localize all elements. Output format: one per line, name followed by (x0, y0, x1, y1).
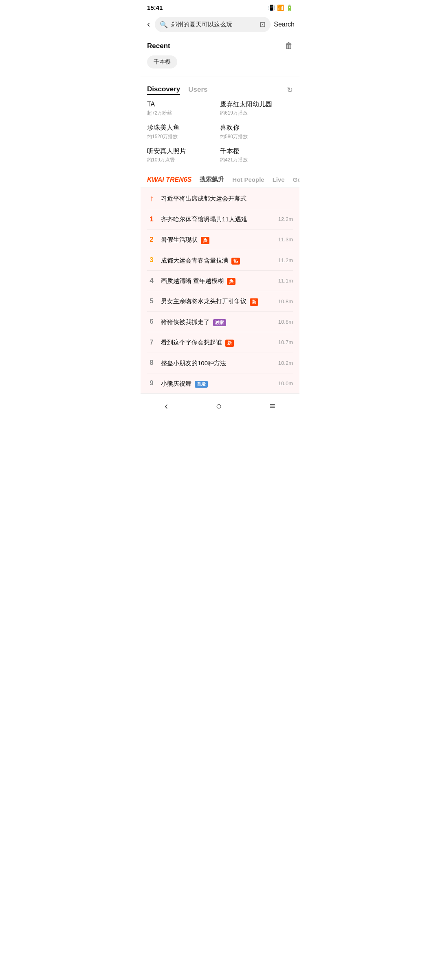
discovery-main-3: 喜欢你 (220, 123, 293, 132)
tab-goo[interactable]: Goo (293, 176, 299, 183)
rank-3: 3 (147, 256, 156, 264)
trend-text-7: 看到这个字你会想起谁 新 (161, 338, 273, 347)
recent-tags: 千本樱 (147, 55, 293, 68)
trending-item-pin[interactable]: ↑ 习近平将出席成都大运会开幕式 (147, 188, 293, 209)
discovery-grid: TA 超72万粉丝 废弃红太阳幼儿园 约619万播放 珍珠美人鱼 约1520万播… (141, 100, 299, 163)
trend-text-2: 暑假生活现状 热 (161, 235, 273, 244)
refresh-button[interactable]: ↻ (287, 86, 293, 95)
recent-title: Recent (147, 42, 170, 50)
discovery-item-1[interactable]: 废弃红太阳幼儿园 约619万播放 (220, 100, 293, 117)
battery-icon: 🔋 (286, 4, 293, 11)
tab-search-surge[interactable]: 搜索飙升 (200, 176, 224, 183)
rank-8: 8 (147, 359, 156, 367)
discovery-sub-5: 约421万播放 (220, 157, 293, 163)
rank-6: 6 (147, 318, 156, 326)
scan-icon[interactable]: ⊡ (260, 20, 266, 29)
nav-menu-button[interactable]: ≡ (262, 399, 284, 413)
recent-section: Recent 🗑 千本樱 (141, 36, 299, 72)
trend-text-pin: 习近平将出席成都大运会开幕式 (161, 194, 273, 203)
trending-list: ↑ 习近平将出席成都大运会开幕式 1 齐齐哈尔体育馆坍塌共11人遇难 12.2m… (141, 188, 299, 393)
tab-users[interactable]: Users (188, 86, 207, 95)
status-bar: 15:41 📳 📶 🔋 (141, 0, 299, 13)
tab-kwai-trends[interactable]: KWAI TREN6S (147, 176, 191, 183)
recent-header: Recent 🗑 (147, 41, 293, 51)
divider-1 (141, 77, 299, 77)
header: ‹ 🔍 ⊡ Search (141, 13, 299, 36)
trend-count-9: 10.0m (277, 380, 293, 386)
trend-text-5: 男女主亲吻将水龙头打开引争议 新 (161, 297, 273, 305)
rank-4: 4 (147, 277, 156, 285)
nav-back-button[interactable]: ‹ (156, 399, 176, 413)
discovery-item-4[interactable]: 听安真人照片 约109万点赞 (147, 147, 220, 163)
search-button[interactable]: Search (274, 21, 295, 28)
discovery-sub-3: 约580万播放 (220, 133, 293, 140)
trend-count-2: 11.3m (277, 236, 293, 243)
trending-item-8[interactable]: 8 整蛊小朋友的100种方法 10.2m (147, 353, 293, 373)
trend-count-5: 10.8m (277, 298, 293, 305)
trend-text-6: 猪猪侠被我抓走了 独家 (161, 318, 273, 326)
rank-7: 7 (147, 338, 156, 347)
wifi-icon: 📶 (277, 4, 284, 11)
trending-item-3[interactable]: 3 成都大运会青春含量拉满 热 11.2m (147, 250, 293, 271)
bottom-nav: ‹ ○ ≡ (141, 393, 299, 422)
discovery-item-0[interactable]: TA 超72万粉丝 (147, 100, 220, 117)
discovery-main-0: TA (147, 100, 220, 109)
trending-item-6[interactable]: 6 猪猪侠被我抓走了 独家 10.8m (147, 312, 293, 332)
search-bar[interactable]: 🔍 ⊡ (155, 17, 271, 32)
discovery-sub-0: 超72万粉丝 (147, 110, 220, 117)
badge-exclusive-6: 独家 (213, 319, 226, 326)
rank-1: 1 (147, 215, 156, 223)
discovery-sub-4: 约109万点赞 (147, 157, 220, 163)
badge-hot-4: 热 (227, 278, 235, 285)
status-time: 15:41 (147, 4, 163, 11)
tab-hot-people[interactable]: Hot People (232, 176, 264, 183)
discovery-item-2[interactable]: 珍珠美人鱼 约1520万播放 (147, 123, 220, 140)
discovery-sub-1: 约619万播放 (220, 110, 293, 117)
rank-2: 2 (147, 236, 156, 244)
trend-text-9: 小熊庆祝舞 首发 (161, 379, 273, 388)
tab-live[interactable]: Live (273, 176, 285, 183)
trending-item-7[interactable]: 7 看到这个字你会想起谁 新 10.7m (147, 332, 293, 353)
trend-count-6: 10.8m (277, 319, 293, 325)
rank-9: 9 (147, 379, 156, 387)
trending-item-1[interactable]: 1 齐齐哈尔体育馆坍塌共11人遇难 12.2m (147, 209, 293, 230)
delete-recent-button[interactable]: 🗑 (285, 41, 293, 51)
discovery-main-1: 废弃红太阳幼儿园 (220, 100, 293, 109)
status-icons: 📳 📶 🔋 (268, 4, 293, 11)
rank-5: 5 (147, 297, 156, 305)
badge-new-5: 新 (250, 298, 258, 305)
trend-count-8: 10.2m (277, 360, 293, 366)
trend-text-1: 齐齐哈尔体育馆坍塌共11人遇难 (161, 215, 273, 223)
vibrate-icon: 📳 (268, 4, 275, 11)
trend-text-8: 整蛊小朋友的100种方法 (161, 359, 273, 367)
trend-count-4: 11.1m (277, 278, 293, 284)
badge-hot-2: 热 (201, 237, 209, 244)
badge-new-7: 新 (225, 340, 234, 347)
rank-pin: ↑ (147, 194, 156, 203)
trend-text-3: 成都大运会青春含量拉满 热 (161, 256, 273, 265)
discovery-item-5[interactable]: 千本樱 约421万播放 (220, 147, 293, 163)
trending-item-4[interactable]: 4 画质越清晰 童年越模糊 热 11.1m (147, 271, 293, 291)
trending-item-5[interactable]: 5 男女主亲吻将水龙头打开引争议 新 10.8m (147, 291, 293, 311)
recent-tag-0[interactable]: 千本樱 (147, 55, 177, 68)
discovery-tabs: Discovery Users ↻ (141, 82, 299, 100)
discovery-main-4: 听安真人照片 (147, 147, 220, 156)
discovery-sub-2: 约1520万播放 (147, 133, 220, 140)
tab-discovery[interactable]: Discovery (147, 85, 180, 95)
trending-item-9[interactable]: 9 小熊庆祝舞 首发 10.0m (147, 373, 293, 393)
nav-home-button[interactable]: ○ (208, 399, 230, 413)
discovery-main-5: 千本樱 (220, 147, 293, 156)
discovery-item-3[interactable]: 喜欢你 约580万播放 (220, 123, 293, 140)
trend-count-3: 11.2m (277, 257, 293, 263)
trend-text-4: 画质越清晰 童年越模糊 热 (161, 276, 273, 285)
trending-item-2[interactable]: 2 暑假生活现状 热 11.3m (147, 230, 293, 250)
badge-first-9: 首发 (195, 381, 208, 388)
trends-tabs: KWAI TREN6S 搜索飙升 Hot People Live Goo (141, 172, 299, 188)
trend-count-7: 10.7m (277, 339, 293, 345)
search-icon: 🔍 (160, 21, 168, 29)
back-button[interactable]: ‹ (145, 18, 152, 31)
search-input[interactable] (171, 21, 256, 28)
badge-hot-3: 热 (231, 258, 240, 265)
trend-count-1: 12.2m (277, 216, 293, 222)
discovery-main-2: 珍珠美人鱼 (147, 123, 220, 132)
